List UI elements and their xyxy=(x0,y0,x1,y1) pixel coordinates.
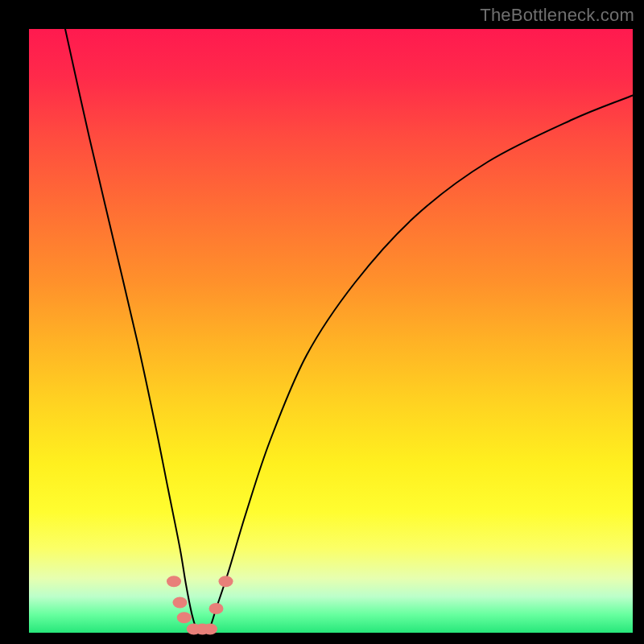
outer-frame: TheBottleneck.com xyxy=(0,0,644,644)
bottleneck-curve xyxy=(65,29,633,634)
chart-svg xyxy=(29,29,633,633)
trough-marker xyxy=(219,576,233,587)
trough-marker xyxy=(177,612,192,623)
trough-marker xyxy=(167,576,181,587)
trough-marker xyxy=(173,597,188,609)
marker-group xyxy=(167,576,233,634)
curve-group xyxy=(65,29,633,634)
trough-marker xyxy=(203,624,217,635)
trough-marker xyxy=(209,603,224,614)
watermark-text: TheBottleneck.com xyxy=(480,5,634,26)
plot-area xyxy=(29,29,633,633)
